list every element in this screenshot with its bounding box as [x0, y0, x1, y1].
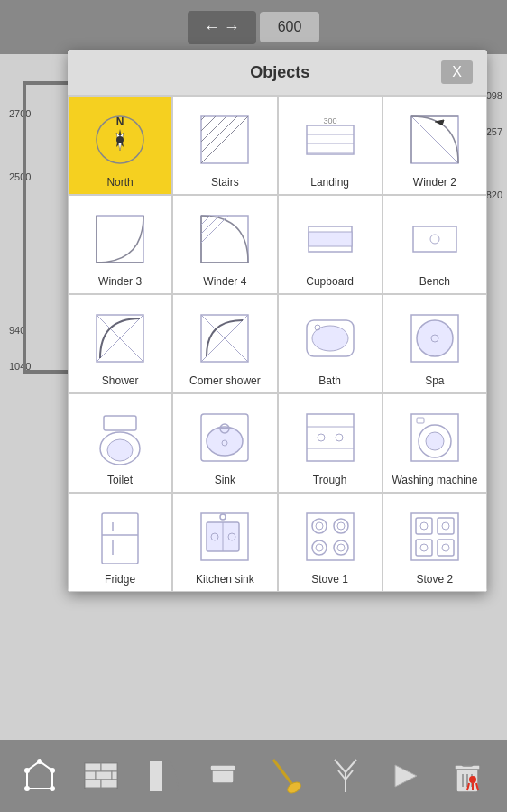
arrow-right-icon: → — [224, 18, 240, 37]
fork-tool[interactable] — [320, 752, 370, 801]
corner-shower-icon — [192, 306, 257, 371]
grid-item-corner-shower[interactable]: Corner shower — [172, 294, 277, 393]
grid-item-spa[interactable]: Spa — [383, 294, 487, 393]
svg-rect-99 — [149, 760, 163, 792]
broom-tool[interactable] — [259, 752, 309, 801]
shower-icon — [88, 306, 152, 371]
grid-item-cupboard[interactable]: Cupboard — [278, 195, 383, 294]
trash-icon — [447, 756, 487, 796]
svg-marker-85 — [27, 761, 52, 789]
svg-point-42 — [107, 439, 133, 461]
svg-text:N: N — [116, 115, 124, 128]
stove2-icon — [402, 504, 467, 569]
spa-icon — [402, 306, 467, 371]
svg-rect-92 — [85, 763, 101, 771]
winder3-label: Winder 3 — [98, 275, 142, 288]
svg-rect-98 — [101, 780, 117, 788]
svg-rect-26 — [413, 226, 456, 252]
svg-rect-57 — [102, 513, 138, 564]
grid-item-trough[interactable]: Trough — [278, 393, 383, 493]
dim-257: 257 — [486, 126, 502, 137]
grid-item-bench[interactable]: Bench — [383, 195, 487, 294]
grid-item-washing-machine[interactable]: Washing machine — [383, 393, 487, 493]
stairs-label: Stairs — [211, 176, 239, 189]
next-arrow-icon — [386, 756, 426, 796]
grid-item-north[interactable]: N North — [68, 96, 172, 195]
svg-marker-112 — [395, 765, 417, 787]
sink-icon — [192, 405, 257, 470]
svg-point-89 — [37, 759, 42, 764]
dim-2700: 2700 — [9, 108, 31, 119]
svg-text:300: 300 — [323, 116, 336, 125]
svg-rect-93 — [101, 763, 117, 771]
grid-item-fridge[interactable]: Fridge — [68, 493, 172, 592]
wall-left — [23, 81, 26, 370]
svg-point-44 — [207, 427, 243, 456]
svg-point-90 — [24, 768, 30, 773]
svg-point-4 — [116, 136, 124, 143]
door-icon — [142, 756, 181, 796]
arrow-left-icon: ← — [204, 18, 220, 37]
grid-item-stove1[interactable]: Stove 1 — [278, 493, 383, 592]
north-label: North — [106, 176, 133, 189]
bath-icon — [298, 306, 363, 371]
north-compass-icon: N — [88, 107, 152, 172]
grid-item-winder4[interactable]: Winder 4 — [172, 195, 277, 294]
dim-2500: 2500 — [9, 171, 31, 182]
landing-label: Landing — [310, 176, 349, 189]
bath-label: Bath — [318, 374, 341, 387]
kitchen-sink-label: Kitchen sink — [196, 573, 254, 586]
bench-icon — [402, 207, 467, 272]
modal-title: Objects — [118, 63, 441, 82]
grid-item-winder3[interactable]: Winder 3 — [68, 195, 172, 294]
arrow-control[interactable]: ← → — [188, 11, 256, 44]
trash-tool[interactable] — [443, 752, 493, 801]
svg-rect-11 — [307, 125, 354, 154]
polygon-icon — [20, 756, 60, 796]
grid-item-kitchen-sink[interactable]: Kitchen sink — [172, 493, 277, 592]
dimension-value[interactable]: 600 — [260, 12, 320, 42]
spa-label: Spa — [425, 374, 444, 387]
grid-item-stove2[interactable]: Stove 2 — [383, 493, 487, 592]
winder4-icon — [192, 207, 257, 272]
dim-820: 820 — [486, 189, 502, 200]
cupboard-label: Cupboard — [306, 275, 354, 288]
grid-item-sink[interactable]: Sink — [172, 393, 277, 493]
svg-rect-76 — [411, 513, 458, 560]
svg-rect-104 — [210, 765, 235, 770]
fork-icon — [326, 756, 365, 796]
svg-rect-67 — [307, 513, 354, 560]
arrow-tool[interactable] — [382, 752, 431, 801]
svg-rect-97 — [85, 780, 101, 788]
svg-rect-94 — [85, 771, 96, 780]
grid-item-stairs[interactable]: Stairs — [172, 96, 277, 195]
broom-icon — [264, 756, 304, 796]
winder3-icon — [88, 207, 152, 272]
svg-point-88 — [50, 768, 55, 773]
modal-close-button[interactable]: X — [441, 60, 473, 84]
stairs-icon — [192, 107, 257, 172]
polygon-tool[interactable] — [14, 752, 64, 801]
grid-item-bath[interactable]: Bath — [278, 294, 383, 393]
bench-label: Bench — [419, 275, 450, 288]
svg-rect-40 — [104, 416, 136, 430]
wall-tool[interactable] — [76, 752, 125, 801]
grid-item-toilet[interactable]: Toilet — [68, 393, 172, 493]
chair-icon — [203, 756, 243, 796]
svg-rect-95 — [96, 771, 112, 780]
door-tool[interactable] — [137, 752, 187, 801]
svg-rect-48 — [307, 414, 354, 461]
cupboard-icon — [298, 207, 363, 272]
svg-point-106 — [285, 780, 302, 796]
svg-point-38 — [417, 320, 453, 356]
svg-line-108 — [335, 760, 346, 772]
grid-item-winder2[interactable]: Winder 2 — [383, 96, 487, 195]
grid-item-landing[interactable]: 300 Landing — [278, 96, 383, 195]
winder4-label: Winder 4 — [203, 275, 246, 288]
stove2-label: Stove 2 — [417, 573, 454, 586]
svg-line-109 — [346, 760, 356, 772]
chair-tool[interactable] — [198, 752, 248, 801]
grid-item-shower[interactable]: Shower — [68, 294, 172, 393]
washing-machine-icon — [402, 405, 467, 470]
objects-grid: N North Stairs — [68, 96, 487, 592]
